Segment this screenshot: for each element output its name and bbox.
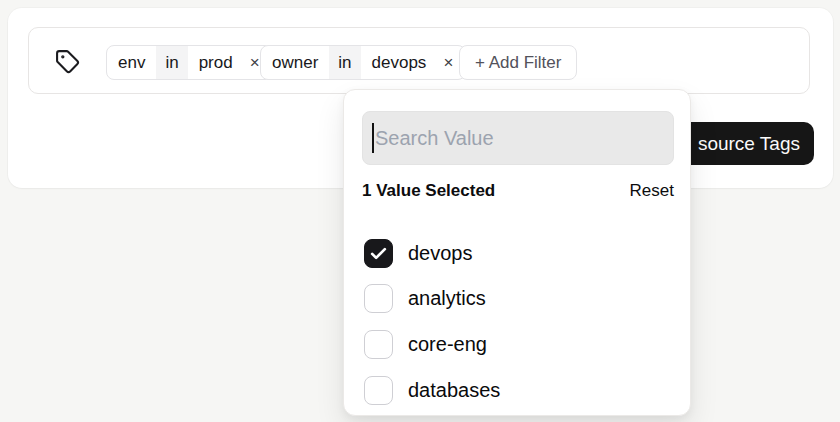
- search-value-input[interactable]: [362, 111, 674, 165]
- search-field-wrap: [362, 111, 674, 165]
- chip-field: owner: [261, 46, 329, 79]
- checkbox-checked-icon[interactable]: [364, 239, 393, 268]
- chip-operator: in: [329, 46, 360, 79]
- tag-icon: [55, 49, 80, 74]
- filter-chip-env[interactable]: env in prod ×: [106, 45, 273, 80]
- text-caret: [372, 123, 374, 153]
- option-row[interactable]: devops: [364, 239, 664, 268]
- add-filter-button[interactable]: + Add Filter: [459, 45, 577, 80]
- selection-summary-row: 1 Value Selected Reset: [362, 180, 674, 202]
- checkbox-icon[interactable]: [364, 330, 393, 359]
- chip-value: prod: [188, 46, 244, 79]
- checkbox-icon[interactable]: [364, 376, 393, 405]
- chip-value: devops: [361, 46, 438, 79]
- option-label: devops: [408, 242, 473, 265]
- option-label: core-eng: [408, 333, 487, 356]
- checkbox-icon[interactable]: [364, 284, 393, 313]
- page: env in prod × owner in devops × + Add Fi…: [0, 0, 840, 422]
- filter-chip-owner[interactable]: owner in devops ×: [260, 45, 466, 80]
- option-row[interactable]: databases: [364, 376, 664, 405]
- value-dropdown-panel: 1 Value Selected Reset devops analytics …: [343, 89, 691, 416]
- option-row[interactable]: analytics: [364, 284, 664, 313]
- chip-operator: in: [156, 46, 187, 79]
- chip-field: env: [107, 46, 156, 79]
- reset-button[interactable]: Reset: [630, 181, 674, 201]
- option-label: databases: [408, 379, 500, 402]
- selection-summary: 1 Value Selected: [362, 181, 495, 201]
- option-row[interactable]: core-eng: [364, 330, 664, 359]
- option-label: analytics: [408, 287, 486, 310]
- filter-bar: env in prod × owner in devops × + Add Fi…: [28, 27, 810, 94]
